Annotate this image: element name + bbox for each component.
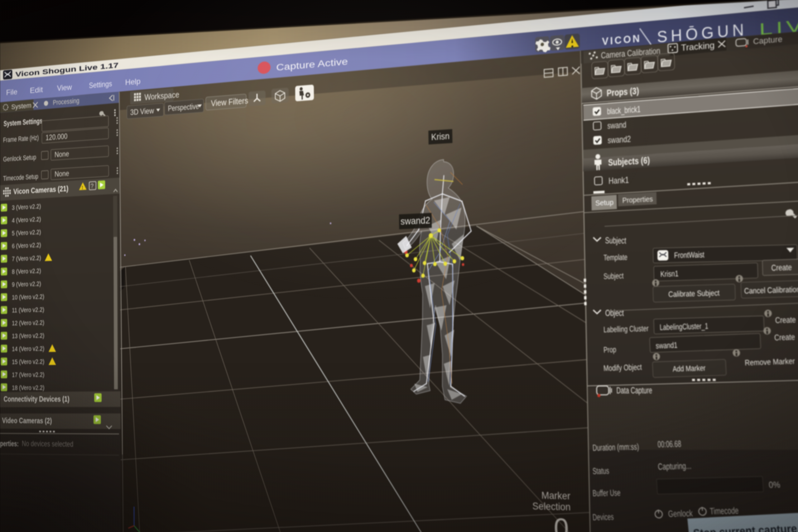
- svg-text:9 (Vero v2.2): 9 (Vero v2.2): [12, 280, 41, 288]
- svg-text:swand: swand: [607, 120, 627, 131]
- svg-text:Add Marker: Add Marker: [672, 363, 706, 373]
- svg-text:7 (Vero v2.2): 7 (Vero v2.2): [12, 254, 41, 262]
- svg-text:?: ?: [91, 182, 94, 189]
- svg-text:Template: Template: [604, 252, 627, 262]
- svg-text:Data Capture: Data Capture: [616, 385, 652, 396]
- svg-text:System: System: [11, 101, 32, 111]
- svg-text:Object: Object: [605, 308, 624, 318]
- svg-text:swand1: swand1: [656, 340, 678, 350]
- svg-text:Create: Create: [771, 262, 792, 272]
- svg-text:Subject: Subject: [605, 235, 627, 246]
- svg-text:swand2: swand2: [608, 134, 631, 145]
- svg-text:8 (Vero v2.2): 8 (Vero v2.2): [12, 267, 41, 276]
- svg-text:6 (Vero v2.2): 6 (Vero v2.2): [12, 241, 41, 250]
- svg-text:Create: Create: [775, 315, 796, 325]
- svg-text:Krisn1: Krisn1: [660, 269, 679, 279]
- svg-text:15 (Vero v2.2): 15 (Vero v2.2): [12, 358, 44, 365]
- svg-text:Devices: Devices: [592, 511, 614, 522]
- svg-text:Capturing...: Capturing...: [658, 460, 692, 472]
- svg-text:Buffer Use: Buffer Use: [592, 488, 621, 498]
- svg-text:3D View: 3D View: [130, 106, 154, 117]
- svg-text:File: File: [6, 88, 17, 96]
- svg-text:Create: Create: [774, 332, 795, 342]
- svg-text:120.000: 120.000: [45, 132, 67, 142]
- svg-text:!: !: [82, 185, 83, 190]
- svg-text:Modify Object: Modify Object: [603, 362, 642, 373]
- svg-text:View: View: [57, 83, 72, 92]
- svg-text:perties:: perties:: [0, 439, 19, 448]
- svg-text:12 (Vero v2.2): 12 (Vero v2.2): [12, 319, 44, 327]
- svg-text:Duration (mm:ss): Duration (mm:ss): [592, 442, 639, 453]
- svg-text:Marker: Marker: [541, 490, 570, 501]
- svg-text:swand2: swand2: [401, 215, 431, 227]
- svg-text:13 (Vero v2.2): 13 (Vero v2.2): [12, 331, 44, 339]
- svg-text:17 (Vero v2.2): 17 (Vero v2.2): [12, 371, 44, 378]
- svg-text:Video Cameras (2): Video Cameras (2): [2, 416, 52, 425]
- svg-text:Hank1: Hank1: [608, 175, 629, 186]
- svg-text:Status: Status: [592, 466, 609, 476]
- svg-text:14 (Vero v2.2): 14 (Vero v2.2): [12, 345, 44, 353]
- svg-text:0%: 0%: [768, 480, 781, 490]
- svg-text:Setup: Setup: [595, 198, 614, 207]
- svg-text:3 (Vero v2.2): 3 (Vero v2.2): [12, 203, 41, 211]
- svg-text:5 (Vero v2.2): 5 (Vero v2.2): [12, 228, 41, 237]
- svg-text:None: None: [55, 169, 69, 178]
- svg-text:Help: Help: [125, 77, 140, 86]
- svg-text:Genlock: Genlock: [668, 508, 693, 519]
- svg-text:FrontWaist: FrontWaist: [674, 250, 704, 260]
- svg-text:Subject: Subject: [604, 271, 624, 281]
- svg-text:Edit: Edit: [30, 86, 43, 94]
- svg-text:4 (Vero v2.2): 4 (Vero v2.2): [12, 215, 41, 224]
- svg-text:Connectivity Devices (1): Connectivity Devices (1): [4, 395, 70, 403]
- svg-text:Prop: Prop: [603, 345, 616, 354]
- svg-text:Krisn: Krisn: [431, 131, 450, 142]
- svg-text:Remove Marker: Remove Marker: [745, 357, 796, 367]
- svg-text:00:06.68: 00:06.68: [658, 438, 682, 450]
- svg-text:18 (Vero v2.2): 18 (Vero v2.2): [12, 384, 44, 392]
- svg-text:LabelingCluster_1: LabelingCluster_1: [660, 321, 708, 332]
- svg-text:None: None: [55, 150, 69, 159]
- svg-text:Labelling Cluster: Labelling Cluster: [604, 324, 649, 334]
- svg-text:Calibrate Subject: Calibrate Subject: [668, 288, 720, 299]
- svg-text:0: 0: [554, 512, 569, 532]
- svg-text:No devices selected: No devices selected: [22, 439, 73, 448]
- svg-text:Cancel Calibration: Cancel Calibration: [744, 285, 798, 296]
- svg-text:Selection: Selection: [532, 500, 570, 512]
- svg-text:Properties: Properties: [622, 194, 653, 205]
- svg-text:10 (Vero v2.2): 10 (Vero v2.2): [12, 293, 44, 301]
- svg-text:Timecode: Timecode: [709, 505, 739, 516]
- svg-text:11 (Vero v2.2): 11 (Vero v2.2): [12, 306, 44, 314]
